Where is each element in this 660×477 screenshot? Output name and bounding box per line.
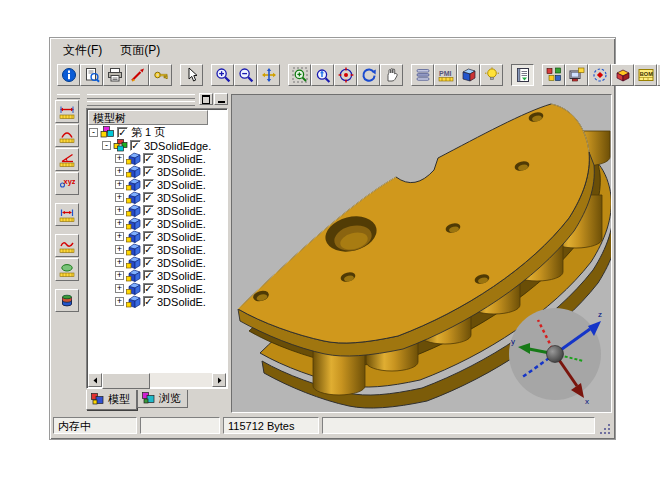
- part-checkbox[interactable]: ✓: [143, 205, 154, 216]
- measure-curve-button[interactable]: [55, 234, 79, 257]
- tab-model[interactable]: 模型: [86, 390, 137, 410]
- zoom-out-button[interactable]: [234, 64, 257, 86]
- tree-item-assembly[interactable]: - ✓ 3DSolidEdge.: [89, 139, 225, 152]
- resize-grip[interactable]: [598, 422, 612, 436]
- menu-file[interactable]: 文件(F): [54, 40, 111, 61]
- toolbar-separator: [55, 227, 82, 234]
- expand-icon[interactable]: +: [115, 167, 124, 176]
- tree-item-part[interactable]: + ✓ 3DSolidE.: [89, 191, 225, 204]
- tree-item-part[interactable]: + ✓ 3DSolidE.: [89, 282, 225, 295]
- part-checkbox[interactable]: ✓: [143, 153, 154, 164]
- horizontal-scrollbar[interactable]: [88, 373, 226, 387]
- expand-icon[interactable]: +: [115, 271, 124, 280]
- print-button[interactable]: [103, 64, 126, 86]
- assembly-checkbox[interactable]: ✓: [130, 140, 141, 151]
- scroll-right-button[interactable]: [212, 373, 226, 387]
- rotate-view-button[interactable]: [357, 64, 380, 86]
- hand-button[interactable]: [380, 64, 403, 86]
- tree-item-part[interactable]: + ✓ 3DSolidE.: [89, 204, 225, 217]
- panel-restore-button[interactable]: [199, 93, 213, 105]
- part-checkbox[interactable]: ✓: [143, 283, 154, 294]
- scrollbar-track[interactable]: [150, 373, 212, 387]
- part-checkbox[interactable]: ✓: [143, 192, 154, 203]
- tree-item-part[interactable]: + ✓ 3DSolidE.: [89, 269, 225, 282]
- part-checkbox[interactable]: ✓: [143, 296, 154, 307]
- part-checkbox[interactable]: ✓: [143, 166, 154, 177]
- permissions-button[interactable]: [149, 64, 172, 86]
- tree-item-part[interactable]: + ✓ 3DSolidE.: [89, 256, 225, 269]
- scroll-left-button[interactable]: [88, 373, 102, 387]
- pmi-button[interactable]: [434, 64, 457, 86]
- info-button[interactable]: [57, 64, 80, 86]
- part-checkbox[interactable]: ✓: [143, 244, 154, 255]
- select-button[interactable]: [180, 64, 203, 86]
- status-field-2: [140, 417, 220, 434]
- expand-icon[interactable]: +: [115, 232, 124, 241]
- measure-min-distance-button[interactable]: [55, 203, 79, 226]
- part-checkbox[interactable]: ✓: [143, 257, 154, 268]
- cursor-arrow-icon: [184, 67, 200, 83]
- menu-page[interactable]: 页面(P): [111, 40, 169, 61]
- redline-button[interactable]: [126, 64, 149, 86]
- assembly-structure-button[interactable]: [542, 64, 565, 86]
- tree-item-part[interactable]: + ✓ 3DSolidE.: [89, 295, 225, 308]
- part-checkbox[interactable]: ✓: [143, 218, 154, 229]
- tree-item-part[interactable]: + ✓ 3DSolidE.: [89, 165, 225, 178]
- tree-item-page[interactable]: - ✓ 第 1 页: [89, 126, 225, 139]
- page-checkbox[interactable]: ✓: [117, 127, 128, 138]
- explode-view-button[interactable]: [588, 64, 611, 86]
- tree-item-label: 3DSolidE.: [157, 231, 206, 243]
- expand-icon[interactable]: +: [115, 297, 124, 306]
- measure-arc-button[interactable]: [55, 124, 79, 147]
- tree-item-part[interactable]: + ✓ 3DSolidE.: [89, 230, 225, 243]
- expand-icon[interactable]: +: [115, 219, 124, 228]
- expand-icon[interactable]: +: [115, 284, 124, 293]
- tree-item-label: 3DSolidEdge.: [144, 140, 211, 152]
- part-checkbox[interactable]: ✓: [143, 270, 154, 281]
- measure-area-button[interactable]: [55, 258, 79, 281]
- lighting-button[interactable]: [480, 64, 503, 86]
- key-icon: [153, 67, 169, 83]
- panel-minimize-button[interactable]: [214, 93, 228, 105]
- expand-icon[interactable]: +: [115, 180, 124, 189]
- part-node-icon: [126, 256, 141, 269]
- expand-icon[interactable]: +: [115, 258, 124, 267]
- notebook-button[interactable]: [511, 64, 534, 86]
- tree-item-part[interactable]: + ✓ 3DSolidE.: [89, 243, 225, 256]
- collapse-icon[interactable]: -: [102, 141, 111, 150]
- part-checkbox[interactable]: ✓: [143, 231, 154, 242]
- print-preview-button[interactable]: [80, 64, 103, 86]
- zoom-window-button[interactable]: [288, 64, 311, 86]
- tree-item-part[interactable]: + ✓ 3DSolidE.: [89, 178, 225, 191]
- scrollbar-thumb[interactable]: [102, 373, 150, 389]
- toolbar-separator: [55, 282, 82, 289]
- bom-button[interactable]: [634, 64, 657, 86]
- material-button[interactable]: [457, 64, 480, 86]
- tree-item-part[interactable]: + ✓ 3DSolidE.: [89, 152, 225, 165]
- expand-icon[interactable]: +: [115, 245, 124, 254]
- measure-distance-button[interactable]: [55, 100, 79, 123]
- part-node-icon: [126, 217, 141, 230]
- tab-browse[interactable]: 浏览: [137, 390, 188, 408]
- zoom-dynamic-button[interactable]: [311, 64, 334, 86]
- zoom-in-button[interactable]: [211, 64, 234, 86]
- rotate-center-button[interactable]: [334, 64, 357, 86]
- viewport-3d[interactable]: z x y: [231, 94, 612, 413]
- panel-gripper[interactable]: [87, 94, 195, 108]
- measure-volume-button[interactable]: [55, 289, 79, 312]
- part-capture-button[interactable]: [565, 64, 588, 86]
- expand-icon[interactable]: +: [115, 193, 124, 202]
- toolbar-gripper[interactable]: [57, 94, 80, 99]
- pan-button[interactable]: [257, 64, 280, 86]
- tree-item-part[interactable]: + ✓ 3DSolidE.: [89, 217, 225, 230]
- tree-item-label: 3DSolidE.: [157, 166, 206, 178]
- measure-angle-button[interactable]: [55, 148, 79, 171]
- expand-icon[interactable]: +: [115, 154, 124, 163]
- layers-button[interactable]: [411, 64, 434, 86]
- ruler-angle-icon: [59, 152, 75, 168]
- collapse-icon[interactable]: -: [89, 128, 98, 137]
- measure-coordinate-button[interactable]: [55, 172, 79, 195]
- part-checkbox[interactable]: ✓: [143, 179, 154, 190]
- expand-icon[interactable]: +: [115, 206, 124, 215]
- solid-section-button[interactable]: [611, 64, 634, 86]
